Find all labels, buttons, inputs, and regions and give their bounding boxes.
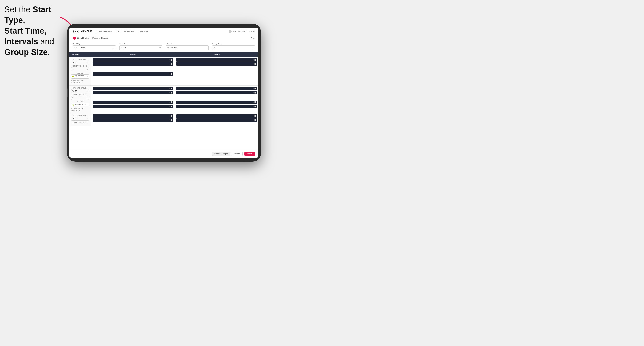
starting-hole-input-1[interactable]: 1 ⌄ <box>71 67 89 71</box>
tee-cell-1: STARTING TIME: 10:00 ⏱ STARTING HOLE: 1 … <box>70 57 91 85</box>
start-time-label: Start Time <box>119 43 162 45</box>
remove-course-1[interactable]: ✕ <box>86 76 88 78</box>
remove-player-icon: ✕ ⬜ <box>169 115 172 117</box>
breadcrumb-left: C Clippd Invitational (Men) / Hosting <box>73 37 108 40</box>
nav-links: TOURNAMENTS TEAMS COMMITTEE RANKINGS <box>96 30 229 33</box>
intervals-label: Intervals <box>166 43 209 45</box>
table-row: STARTING TIME: 10:10 ⏱ STARTING HOLE: 1 … <box>70 86 258 113</box>
starting-time-label-2: STARTING TIME: <box>71 87 89 89</box>
player-input-5-2[interactable]: ✕ ⬜ <box>92 119 174 122</box>
starting-hole-label-3: STARTING HOLE: <box>71 122 89 123</box>
tablet-screen: SCOREBOARD Powered by clippd TOURNAMENTS… <box>70 27 258 158</box>
course-tag-2: ⛳ East Lake GC ✕ <box>71 103 89 106</box>
chevron-down-icon: ⌄ <box>113 47 114 49</box>
team-row-1: ✕ ⬜ ✕ ⬜ ✕ ⬜ ✕ ⬜ <box>91 57 258 71</box>
sign-out-link[interactable]: Sign out <box>249 30 255 32</box>
remove-player-icon: ✕ ⬜ <box>253 115 256 117</box>
remove-player-icon: ✕ ⬜ <box>253 92 256 94</box>
group-size-group: Group Size 3 ⌄ <box>212 43 255 50</box>
team1-cell-2: ✕ ⬜ ✕ ⬜ <box>91 86 175 99</box>
team1-course-cell-1: ✕ ⬜ <box>91 71 175 85</box>
player-input-3-1[interactable]: ✕ ⬜ <box>92 87 174 90</box>
remove-player-icon: ✕ ⬜ <box>169 59 172 61</box>
reset-button[interactable]: Reset Changes <box>212 152 230 156</box>
remove-player-icon: ✕ ⬜ <box>253 88 256 89</box>
save-button[interactable]: Save <box>244 152 255 156</box>
remove-course-2[interactable]: ✕ <box>84 104 86 106</box>
logo-sub: Powered by clippd <box>73 32 92 33</box>
player-course-input-2c[interactable]: ✕ ⬜ <box>176 101 257 104</box>
team1-cell-1: ✕ ⬜ ✕ ⬜ <box>91 57 175 71</box>
nav-committee[interactable]: COMMITTEE <box>124 30 136 33</box>
starting-time-input-3[interactable]: 10:20 ⏱ <box>71 117 89 121</box>
group-actions-1: ⊖ Remove Group + Add Group <box>71 79 89 84</box>
player-input-4-2[interactable]: ✕ ⬜ <box>176 91 257 94</box>
chevron-icon-2: ⌄ <box>86 97 88 99</box>
nav-rankings[interactable]: RANKINGS <box>139 30 149 33</box>
player-input-2-2[interactable]: ✕ ⬜ <box>176 62 257 66</box>
clock-icon-1: ⏱ <box>86 62 88 64</box>
course-icon-2: ⛳ <box>72 104 74 106</box>
add-group-link-1[interactable]: + Add Group <box>71 82 89 84</box>
team2-cell-1: ✕ ⬜ ✕ ⬜ <box>175 57 258 71</box>
remove-icon: ✕ ⬜ <box>169 106 172 107</box>
course-name-1: (A) Peachtree GC <box>75 75 86 78</box>
group-actions-2: ⊖ Remove Group + Add Group <box>71 107 89 111</box>
player-input-5-1[interactable]: ✕ ⬜ <box>92 114 174 118</box>
starting-hole-label-1: STARTING HOLE: <box>71 65 89 67</box>
group-size-value: 3 <box>214 47 215 49</box>
player-input-6-1[interactable]: ✕ ⬜ <box>176 114 257 118</box>
table-row: STARTING TIME: 10:00 ⏱ STARTING HOLE: 1 … <box>70 57 258 86</box>
start-type-select[interactable]: 1st Tee Start ⌄ <box>73 45 116 50</box>
starting-time-label-1: STARTING TIME: <box>71 59 89 60</box>
intervals-group: Intervals 10 Minutes ⌄ <box>166 43 209 50</box>
player-course-input-2d[interactable]: ✕ ⬜ <box>176 105 257 108</box>
player-course-input-2[interactable]: ✕ ⬜ <box>92 101 174 104</box>
team-row-2: ✕ ⬜ ✕ ⬜ ✕ ⬜ ✕ ⬜ <box>91 86 258 99</box>
nav-teams[interactable]: TEAMS <box>114 30 121 33</box>
player-input-4-1[interactable]: ✕ ⬜ <box>176 87 257 90</box>
course-name-2: East Lake GC <box>75 104 84 105</box>
remove-player-icon: ✕ ⬜ <box>253 63 256 65</box>
player-input-1-1[interactable]: ✕ ⬜ <box>92 58 174 62</box>
teams-area-1: ✕ ⬜ ✕ ⬜ ✕ ⬜ ✕ ⬜ <box>91 57 258 85</box>
player-course-input-2b[interactable]: ✕ ⬜ <box>92 105 174 108</box>
pipe-separator: | <box>246 30 247 32</box>
group-size-select[interactable]: 3 ⌄ <box>212 45 255 50</box>
cancel-button[interactable]: Cancel <box>232 152 243 156</box>
remove-group-link-1[interactable]: ⊖ Remove Group <box>71 79 89 82</box>
remove-group-link-2[interactable]: ⊖ Remove Group <box>71 107 89 109</box>
back-button[interactable]: Back <box>251 37 255 39</box>
header-team2: Team 2 <box>175 52 258 57</box>
start-time-group: Start Time 10:00 ⏱ <box>119 43 162 50</box>
clock-icon: ⏱ <box>159 47 161 49</box>
start-type-value: 1st Tee Start <box>74 47 85 49</box>
remove-player-icon: ✕ ⬜ <box>253 59 256 61</box>
remove-icon: ✕ ⬜ <box>169 73 172 75</box>
user-avatar <box>229 30 232 33</box>
course-label-1: COURSE: <box>71 72 89 74</box>
team-course-row-1: ✕ ⬜ <box>91 71 258 85</box>
team2-cell-3: ✕ ⬜ ✕ ⬜ <box>175 113 258 126</box>
chevron-down-icon-3: ⌄ <box>252 47 254 49</box>
remove-icon: ✕ ⬜ <box>253 101 256 103</box>
breadcrumb-separator: / <box>100 37 100 39</box>
starting-time-input-1[interactable]: 10:00 ⏱ <box>71 61 89 64</box>
course-icon-1: ⛳ <box>72 76 74 77</box>
player-course-input-1[interactable]: ✕ ⬜ <box>92 72 174 76</box>
tablet-frame: SCOREBOARD Powered by clippd TOURNAMENTS… <box>67 24 261 162</box>
start-time-select[interactable]: 10:00 ⏱ <box>119 45 162 50</box>
breadcrumb-bar: C Clippd Invitational (Men) / Hosting Ba… <box>70 35 258 41</box>
starting-hole-input-2[interactable]: 1 ⌄ <box>71 96 89 100</box>
starting-time-input-2[interactable]: 10:10 ⏱ <box>71 89 89 93</box>
add-group-link-2[interactable]: + Add Group <box>71 109 89 111</box>
player-input-6-2[interactable]: ✕ ⬜ <box>176 119 257 122</box>
player-input-1-2[interactable]: ✕ ⬜ <box>92 62 174 66</box>
start-type-group: Start Type 1st Tee Start ⌄ <box>73 43 116 50</box>
course-label-2: COURSE: <box>71 101 89 103</box>
player-input-2-1[interactable]: ✕ ⬜ <box>176 58 257 62</box>
intervals-select[interactable]: 10 Minutes ⌄ <box>166 45 209 50</box>
nav-tournaments[interactable]: TOURNAMENTS <box>96 30 111 33</box>
player-input-3-2[interactable]: ✕ ⬜ <box>92 91 174 94</box>
clock-icon-2: ⏱ <box>86 90 88 92</box>
